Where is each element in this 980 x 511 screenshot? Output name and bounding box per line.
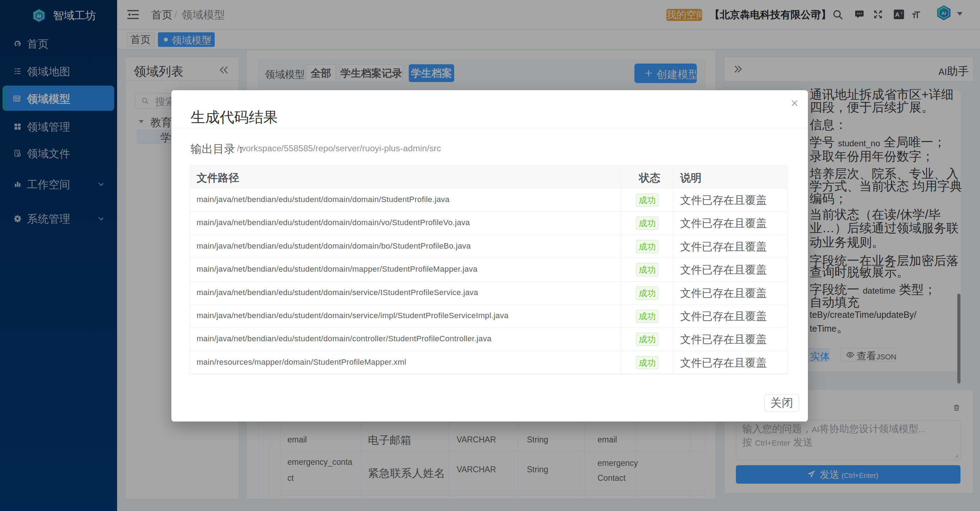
svg-text:AI: AI [37, 14, 41, 19]
svg-text:x: x [900, 11, 902, 14]
svg-text:A: A [895, 11, 899, 18]
svg-text:AI: AI [941, 11, 946, 16]
